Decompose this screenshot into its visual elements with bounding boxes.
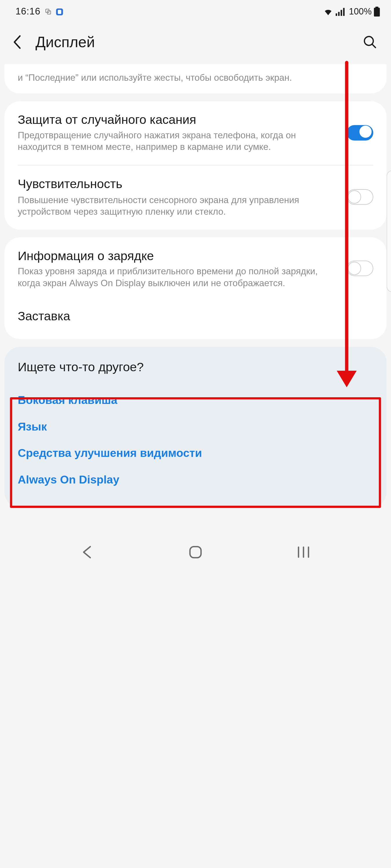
status-right: 100% (323, 7, 380, 17)
row-charging-info[interactable]: Информация о зарядке Показ уровня заряда… (4, 237, 386, 301)
page-title: Дисплей (35, 34, 349, 51)
status-left: 16:16 (16, 6, 64, 17)
svg-rect-3 (58, 9, 61, 13)
nav-recents-button[interactable] (292, 541, 314, 563)
svg-rect-9 (374, 7, 380, 17)
settings-card-charging: Информация о зарядке Показ уровня заряда… (4, 237, 386, 339)
app-header: Дисплей (0, 23, 391, 64)
partial-row-desc: и “Последние” или используйте жесты, что… (4, 64, 386, 94)
toggle-accidental-touch[interactable] (347, 125, 373, 141)
row-desc: Повышение чувствительности сенсорного эк… (18, 194, 337, 217)
back-button[interactable] (9, 30, 27, 54)
status-bar: 16:16 100% (0, 0, 391, 23)
svg-rect-12 (190, 547, 201, 558)
navigation-bar (0, 536, 391, 568)
wifi-icon (323, 7, 333, 16)
svg-rect-5 (338, 11, 340, 16)
multiwindow-icon (44, 7, 52, 16)
row-touch-sensitivity[interactable]: Чувствительность Повышение чувствительно… (4, 166, 386, 230)
svg-rect-6 (341, 9, 342, 16)
toggle-charging-info[interactable] (347, 261, 373, 277)
suggestions-title: Ищете что-то другое? (18, 360, 373, 375)
suggest-link-aod[interactable]: Always On Display (18, 466, 373, 493)
svg-rect-7 (343, 7, 345, 16)
row-accidental-touch[interactable]: Защита от случайного касания Предотвраще… (4, 101, 386, 165)
row-desc: Предотвращение случайного нажатия экрана… (18, 130, 337, 153)
suggest-link-side-key[interactable]: Боковая клавиша (18, 387, 373, 413)
status-time: 16:16 (16, 6, 40, 17)
search-button[interactable] (358, 30, 382, 54)
svg-rect-4 (336, 13, 337, 16)
row-screensaver[interactable]: Заставка (4, 301, 386, 339)
settings-card-partial: и “Последние” или используйте жесты, что… (4, 64, 386, 94)
app-indicator-icon (55, 7, 64, 16)
nav-home-button[interactable] (185, 541, 206, 563)
suggestions-card: Ищете что-то другое? Боковая клавиша Язы… (4, 347, 386, 507)
suggest-link-visibility[interactable]: Средства улучшения видимости (18, 440, 373, 467)
row-title: Чувствительность (18, 177, 337, 192)
row-title: Защита от случайного касания (18, 112, 337, 128)
battery-icon (374, 7, 380, 17)
nav-back-button[interactable] (76, 541, 98, 563)
suggest-link-language[interactable]: Язык (18, 413, 373, 440)
signal-icon (336, 7, 345, 16)
toggle-touch-sensitivity[interactable] (347, 189, 373, 205)
row-desc: Показ уровня заряда и приблизительного в… (18, 266, 337, 289)
edge-panel-handle[interactable] (387, 170, 391, 292)
settings-card-touch: Защита от случайного касания Предотвраще… (4, 101, 386, 229)
row-title: Заставка (18, 309, 373, 324)
battery-percent: 100% (349, 7, 371, 17)
row-title: Информация о зарядке (18, 248, 337, 264)
svg-line-11 (372, 44, 375, 48)
